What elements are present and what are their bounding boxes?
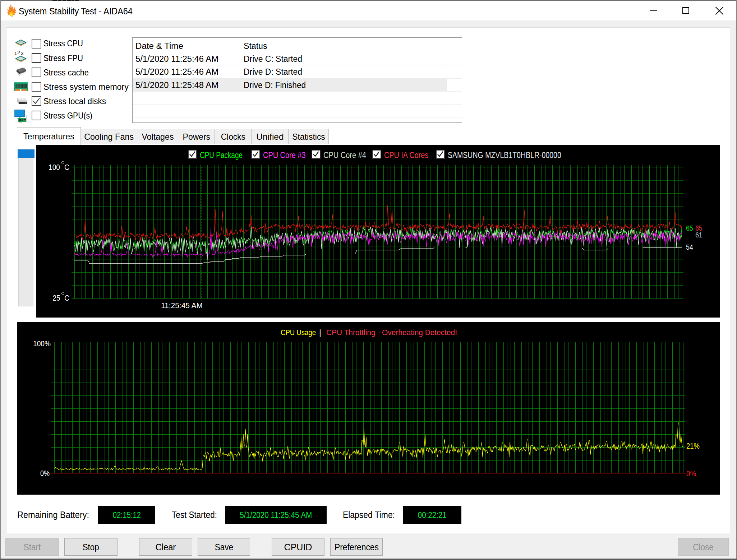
svg-text:1: 1 bbox=[14, 51, 17, 56]
svg-text:3: 3 bbox=[21, 51, 24, 56]
svg-text:2: 2 bbox=[17, 51, 20, 55]
